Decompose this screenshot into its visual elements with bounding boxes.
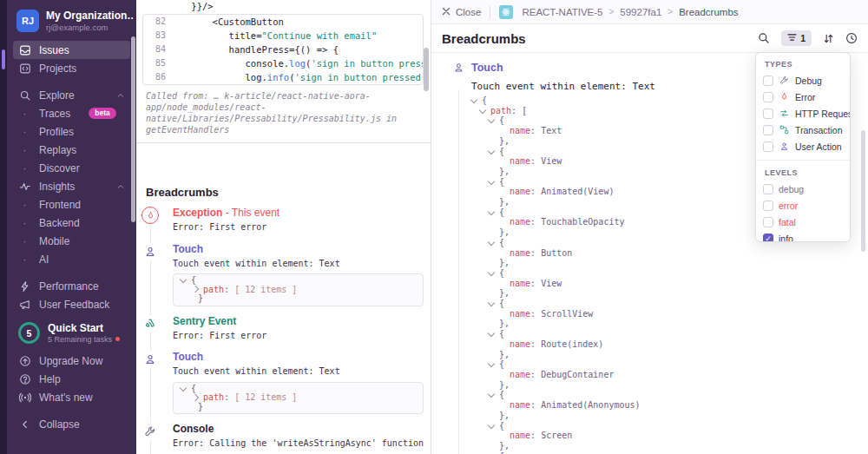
- breadcrumb-entry-body: Sentry EventError: First error: [173, 315, 424, 343]
- tree-row[interactable]: {: [471, 390, 868, 400]
- bullet-icon: ·: [18, 146, 31, 155]
- sidebar-scrollbar[interactable]: [131, 36, 135, 222]
- bullet-icon: ·: [18, 255, 31, 264]
- code-line: 83 title="Continue with email": [143, 29, 423, 43]
- tree-row[interactable]: {: [471, 451, 868, 454]
- sidebar-item-what-s-new[interactable]: What's new: [13, 388, 130, 406]
- breadcrumb: REACT-NATIVE-5>59927fa1>Breadcrumbs: [522, 7, 738, 17]
- filter-type-label: Error: [795, 92, 815, 102]
- tree-row[interactable]: {: [471, 268, 868, 279]
- sidebar-item-label: Upgrade Now: [39, 355, 102, 367]
- breadcrumbs-section: Breadcrumbs Exception - This eventError:…: [136, 143, 431, 454]
- filter-type-label: Transaction: [795, 125, 842, 135]
- breadcrumb-entry-title: Console: [173, 423, 424, 436]
- help-icon: [18, 372, 31, 385]
- code-text: handlePress={() => {: [166, 43, 339, 56]
- filter-type-user-action[interactable]: User Action: [756, 138, 850, 155]
- sidebar-item-upgrade-now[interactable]: Upgrade Now: [13, 352, 130, 370]
- filter-button[interactable]: 1: [781, 30, 812, 46]
- org-switcher[interactable]: RJ My Organization… rj@example.com: [7, 0, 136, 39]
- event-timeline-line: [458, 89, 459, 454]
- sidebar-item-label: Insights: [39, 181, 75, 193]
- sidebar-item-discover[interactable]: ·Discover: [13, 159, 130, 177]
- line-number: 84: [143, 43, 166, 56]
- code-text: title="Continue with email": [166, 29, 377, 43]
- time-icon[interactable]: [845, 32, 858, 44]
- sidebar-item-ai[interactable]: ·AI: [13, 250, 130, 268]
- sidebar-item-projects[interactable]: Projects: [13, 59, 130, 77]
- tree-row[interactable]: {: [471, 299, 868, 309]
- wrench-icon: [779, 75, 790, 86]
- sidebar-item-label: Replays: [39, 144, 76, 156]
- flame-icon: [779, 91, 790, 102]
- filter-level-fatal[interactable]: fatal: [756, 214, 850, 230]
- sidebar-item-performance[interactable]: Performance: [13, 277, 130, 295]
- checkbox[interactable]: [763, 141, 773, 152]
- filter-dropdown: TYPES DebugErrorHTTP RequestTransactionU…: [755, 52, 851, 242]
- sidebar-item-label: Projects: [39, 63, 76, 75]
- filter-type-http-request[interactable]: HTTP Request: [756, 105, 850, 122]
- tree-row: },: [471, 288, 868, 299]
- beta-badge: beta: [89, 108, 115, 119]
- sort-icon[interactable]: [823, 33, 834, 44]
- breadcrumb-entry-message: Touch event within element: Text: [173, 365, 424, 378]
- filter-level-info[interactable]: ✓info: [756, 230, 850, 242]
- filter-level-debug[interactable]: debug: [756, 181, 850, 197]
- breadcrumb-item-react-native-5[interactable]: REACT-NATIVE-5: [522, 7, 602, 17]
- sidebar-item-label: Traces: [39, 108, 70, 120]
- checkbox[interactable]: ✓: [763, 234, 773, 243]
- drawer-header: Breadcrumbs 1: [431, 24, 868, 53]
- filter-level-error[interactable]: error: [756, 197, 850, 214]
- checkbox[interactable]: [763, 109, 773, 119]
- sidebar-item-collapse[interactable]: Collapse: [13, 415, 130, 433]
- breadcrumb-entry-body: Exception - This eventError: First error: [173, 207, 424, 234]
- checkbox[interactable]: [763, 201, 773, 211]
- breadcrumb-item-59927fa1[interactable]: 59927fa1: [620, 7, 661, 17]
- middle-panel-scrollbar[interactable]: [424, 48, 429, 91]
- org-email: rj@example.com: [46, 23, 133, 32]
- bullet-icon: ·: [18, 201, 31, 209]
- filter-type-label: Debug: [795, 76, 822, 86]
- checkbox[interactable]: [763, 217, 773, 227]
- checkbox[interactable]: [763, 92, 773, 102]
- search-icon[interactable]: [758, 32, 770, 44]
- filter-count-badge: 1: [800, 33, 806, 43]
- sidebar-item-traces[interactable]: ·Tracesbeta: [13, 104, 130, 122]
- search-icon: [18, 89, 31, 102]
- sidebar-item-mobile[interactable]: ·Mobile: [13, 232, 130, 250]
- filter-type-transaction[interactable]: Transaction: [756, 122, 850, 138]
- filter-type-error[interactable]: Error: [756, 89, 850, 105]
- user-icon: [779, 141, 790, 152]
- breadcrumb-item-breadcrumbs[interactable]: Breadcrumbs: [679, 7, 738, 17]
- json-row[interactable]: path: [ 12 items ]: [181, 393, 416, 403]
- sidebar-item-issues[interactable]: Issues: [13, 41, 130, 59]
- drawer-scrollbar[interactable]: [861, 130, 865, 252]
- tree-row[interactable]: {: [471, 421, 868, 431]
- sidebar-item-frontend[interactable]: ·Frontend: [13, 195, 130, 214]
- tree-row: },: [471, 350, 868, 360]
- tree-row[interactable]: {: [471, 329, 868, 339]
- filter-type-debug[interactable]: Debug: [756, 72, 850, 89]
- tree-row[interactable]: {: [471, 359, 868, 370]
- upgrade-icon: [18, 354, 31, 367]
- sidebar-item-replays[interactable]: ·Replays: [13, 141, 130, 159]
- sidebar-item-insights[interactable]: Insights: [13, 177, 130, 195]
- sidebar-item-quick-start[interactable]: 5Quick Start5 Remaining tasks: [13, 318, 130, 348]
- called-from-note[interactable]: Called from: … k-article/react-native-ao…: [146, 90, 420, 135]
- sidebar-item-profiles[interactable]: ·Profiles: [13, 122, 130, 141]
- app: RJ My Organization… rj@example.com Issue…: [0, 0, 868, 454]
- divider: [756, 160, 850, 161]
- sidebar-item-label: Explore: [39, 89, 75, 102]
- checkbox[interactable]: [763, 125, 773, 135]
- breadcrumb-entry-body: ConsoleError: Calling the 'writeAsString…: [173, 423, 424, 454]
- checkbox[interactable]: [763, 184, 773, 194]
- sidebar-item-backend[interactable]: ·Backend: [13, 214, 130, 232]
- bullet-icon: ·: [18, 128, 31, 136]
- checkbox[interactable]: [763, 76, 773, 86]
- json-row[interactable]: path: [ 12 items ]: [181, 286, 416, 295]
- sidebar-item-help[interactable]: Help: [13, 370, 130, 388]
- close-button[interactable]: Close: [442, 7, 481, 17]
- sidebar-item-user-feedback[interactable]: User Feedback: [13, 295, 130, 313]
- broadcast-icon: [18, 391, 31, 404]
- sidebar-item-explore[interactable]: Explore: [13, 86, 130, 104]
